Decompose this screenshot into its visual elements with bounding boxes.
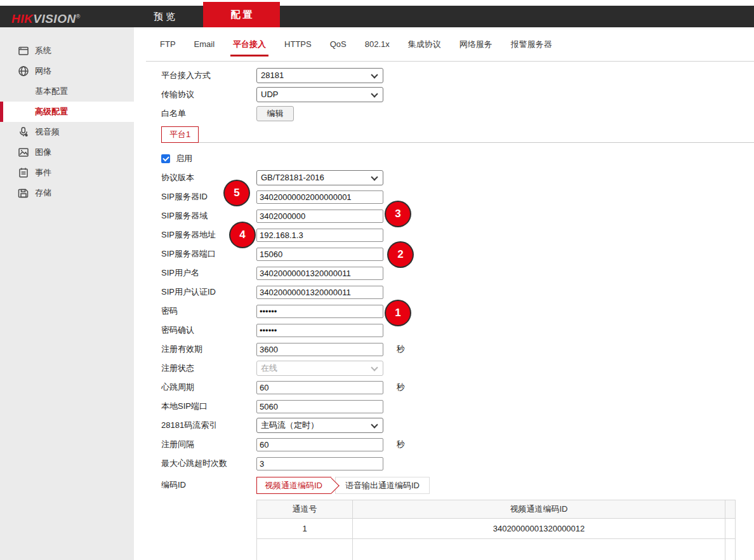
annotation-badge-2: 2 (388, 243, 413, 267)
selected-value: 主码流（定时） (261, 420, 319, 430)
field-label: 28181码流索引 (161, 420, 256, 431)
tab-802-1x[interactable]: 802.1x (365, 39, 390, 49)
form-row-password: 密码 (161, 302, 754, 321)
sidebar-item-system[interactable]: 系统 (0, 41, 134, 61)
field-label: 密码确认 (161, 324, 256, 336)
chevron-down-icon (371, 421, 378, 428)
sidebar-item-network[interactable]: 网络 (0, 61, 134, 81)
tab-ftp[interactable]: FTP (160, 39, 176, 49)
enable-label: 启用 (176, 153, 192, 164)
sip-server-port-input[interactable] (256, 248, 383, 261)
local-sip-port-input[interactable] (256, 400, 383, 413)
platform1-tab[interactable]: 平台1 (161, 126, 199, 143)
sidebar-item-label: 高级配置 (35, 106, 68, 117)
tab-network-service[interactable]: 网络服务 (460, 39, 493, 50)
field-label: 编码ID (161, 479, 256, 491)
column-header-video-encode-id: 视频通道编码ID (353, 500, 725, 519)
field-label: SIP用户名 (161, 267, 256, 279)
sip-server-id-input[interactable] (256, 190, 383, 204)
logo-hik: HIK (11, 12, 33, 25)
microphone-icon (18, 126, 29, 138)
nav-tab-preview[interactable]: 预 览 (127, 6, 202, 27)
sidebar-item-label: 事件 (35, 167, 51, 178)
field-label: SIP服务器端口 (161, 248, 256, 260)
form-row-reg-status: 注册状态 在线 (161, 359, 754, 378)
stream-index-select[interactable]: 主码流（定时） (256, 418, 383, 433)
password-input[interactable] (256, 305, 383, 318)
field-label: 传输协议 (161, 89, 256, 100)
field-label: SIP用户认证ID (161, 286, 256, 298)
cell-video-encode-id (353, 539, 725, 560)
tab-integration-protocol[interactable]: 集成协议 (408, 39, 441, 50)
tab-platform-access[interactable]: 平台接入 (233, 39, 266, 50)
field-label: 本地SIP端口 (161, 401, 256, 412)
table-row-empty (257, 539, 736, 560)
field-label: 心跳周期 (161, 382, 256, 393)
sidebar-item-event[interactable]: 事件 (0, 163, 134, 183)
tab-email[interactable]: Email (194, 39, 215, 49)
sidebar: 系统 网络 基本配置 高级配置 视音频 图像 事件 存储 (0, 27, 134, 560)
sip-auth-id-input[interactable] (256, 286, 383, 299)
registration-interval-input[interactable] (256, 438, 383, 451)
table-scroll-column (725, 500, 736, 519)
nav-tab-configuration[interactable]: 配 置 (203, 2, 280, 27)
cell-channel: 1 (257, 519, 353, 539)
tab-qos[interactable]: QoS (330, 39, 347, 49)
access-mode-select[interactable]: 28181 (256, 68, 383, 83)
annotation-badge-1: 1 (386, 301, 410, 325)
video-channel-table: 通道号 视频通道编码ID 1 34020000001320000012 (256, 500, 736, 560)
sidebar-item-image[interactable]: 图像 (0, 142, 134, 163)
top-navbar: HIKVISION® 预 览 配 置 (0, 6, 754, 27)
field-label: 注册间隔 (161, 439, 256, 450)
tab-https[interactable]: HTTPS (284, 39, 312, 49)
table-row[interactable]: 1 34020000001320000012 (257, 519, 736, 539)
storage-disk-icon (18, 187, 29, 199)
tab-video-channel-encode-id[interactable]: 视频通道编码ID (256, 477, 331, 494)
selected-value: 在线 (261, 363, 277, 373)
field-label: 密码 (161, 305, 256, 317)
transport-protocol-select[interactable]: UDP (256, 87, 383, 102)
event-calendar-icon (18, 167, 29, 178)
table-scroll-column (725, 519, 736, 539)
max-heartbeat-timeout-input[interactable] (256, 457, 383, 470)
form-row-heartbeat: 心跳周期 秒 (161, 378, 754, 397)
password-confirm-input[interactable] (256, 324, 383, 337)
form-row-sip-domain: SIP服务器域 (161, 206, 754, 225)
field-label: 注册状态 (161, 363, 256, 374)
sip-server-address-input[interactable] (256, 229, 383, 242)
field-label: 平台接入方式 (161, 70, 256, 81)
tab-label: 语音输出通道编码ID (345, 481, 420, 490)
platform-access-form: 平台接入方式 28181 传输协议 UDP 白名单 编辑 平台1 启用 (134, 62, 754, 560)
selected-value: UDP (261, 90, 278, 99)
tab-alarm-server[interactable]: 报警服务器 (511, 39, 552, 50)
column-header-channel: 通道号 (257, 500, 353, 519)
registration-validity-input[interactable] (256, 343, 383, 356)
sidebar-item-label: 网络 (35, 65, 51, 77)
form-row-sip-auth-id: SIP用户认证ID (161, 283, 754, 302)
selected-value: 28181 (261, 70, 284, 80)
heartbeat-period-input[interactable] (256, 381, 383, 394)
main-content: FTP Email 平台接入 HTTPS QoS 802.1x 集成协议 网络服… (134, 27, 754, 560)
cell-channel (257, 539, 353, 560)
enable-checkbox[interactable] (161, 154, 170, 163)
cell-video-encode-id: 34020000001320000012 (353, 519, 725, 539)
registration-status-select: 在线 (256, 361, 383, 376)
form-row-sip-port: SIP服务器端口 (161, 244, 754, 263)
system-window-icon (18, 45, 29, 57)
tab-audio-output-channel-encode-id[interactable]: 语音输出通道编码ID (335, 477, 430, 494)
sidebar-item-label: 图像 (35, 147, 51, 158)
sidebar-item-video-audio[interactable]: 视音频 (0, 122, 134, 142)
protocol-version-select[interactable]: GB/T28181-2016 (256, 170, 383, 185)
logo-vision: VISION (33, 12, 76, 25)
form-row-access-mode: 平台接入方式 28181 (161, 66, 754, 85)
sidebar-item-basic-config[interactable]: 基本配置 (0, 81, 134, 102)
sidebar-item-advanced-config[interactable]: 高级配置 (0, 102, 134, 122)
form-row-max-heartbeat-timeout: 最大心跳超时次数 (161, 454, 754, 473)
network-globe-icon (18, 65, 29, 77)
annotation-badge-4: 4 (230, 223, 255, 247)
form-row-stream-index: 28181码流索引 主码流（定时） (161, 416, 754, 435)
whitelist-edit-button[interactable]: 编辑 (256, 106, 294, 121)
sidebar-item-storage[interactable]: 存储 (0, 183, 134, 203)
sip-username-input[interactable] (256, 267, 383, 280)
sip-server-domain-input[interactable] (256, 210, 383, 223)
